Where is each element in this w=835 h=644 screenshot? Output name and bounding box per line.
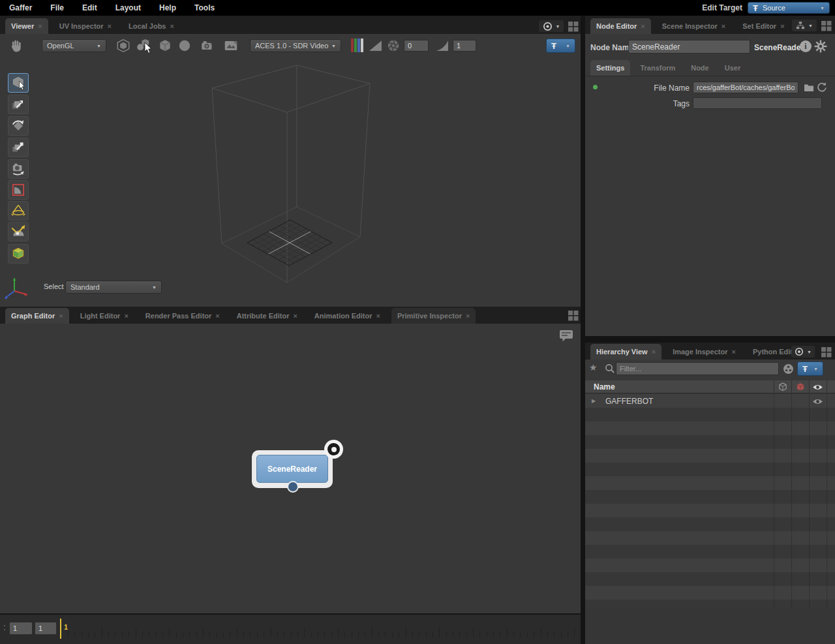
close-icon[interactable]: × <box>641 22 645 30</box>
tab-node[interactable]: Node <box>685 60 715 76</box>
menu-file[interactable]: File <box>41 3 73 12</box>
tags-input[interactable] <box>693 97 822 109</box>
select-tool-button[interactable] <box>8 73 29 93</box>
row-visibility-eye-icon[interactable] <box>812 398 823 405</box>
tab-light-editor[interactable]: Light Editor × <box>74 308 134 324</box>
close-icon[interactable]: × <box>59 312 63 320</box>
playhead[interactable] <box>60 619 61 639</box>
tab-user[interactable]: User <box>719 60 746 76</box>
star-icon[interactable]: ★ <box>589 362 598 373</box>
menu-help[interactable]: Help <box>150 3 185 12</box>
node-output-plug[interactable] <box>287 481 299 493</box>
crop-window-tool-icon <box>10 182 26 198</box>
hierarchy-view-panel: ★ Ŧ ▼ Name <box>585 360 835 644</box>
close-icon[interactable]: × <box>376 312 380 320</box>
rotate-tool-icon <box>10 118 26 134</box>
hierarchy-focus-dropdown[interactable]: ▼ <box>791 346 815 358</box>
light-position-tool-button[interactable] <box>8 222 29 241</box>
close-icon[interactable]: × <box>170 22 174 30</box>
selector-dropdown[interactable]: Standard ▼ <box>65 281 162 294</box>
light-tool-button[interactable] <box>8 201 29 221</box>
node-label: SceneReader <box>267 465 317 474</box>
panel-splitter-horizontal[interactable] <box>585 336 835 343</box>
tab-uv-inspector[interactable]: UV Inspector × <box>53 18 117 34</box>
file-name-label: File Name <box>624 84 690 93</box>
plug-enabled-dot[interactable] <box>593 85 598 89</box>
viewer-focus-dropdown[interactable]: ▼ <box>539 20 564 32</box>
tab-animation-editor[interactable]: Animation Editor × <box>309 308 386 324</box>
camera-tool-button[interactable] <box>8 159 29 179</box>
node-body[interactable]: SceneReader <box>256 455 328 483</box>
edit-target-dropdown[interactable]: Ŧ Source ▼ <box>748 2 830 14</box>
tab-viewer[interactable]: Viewer × <box>5 18 48 34</box>
hierarchy-row-gafferbot[interactable]: ▶ GAFFERBOT <box>585 394 835 408</box>
menu-layout[interactable]: Layout <box>106 3 150 12</box>
tab-attribute-editor[interactable]: Attribute Editor × <box>231 308 303 324</box>
tab-primitive-inspector[interactable]: Primitive Inspector × <box>391 308 476 324</box>
hierarchy-pin-dropdown[interactable]: Ŧ ▼ <box>797 361 823 376</box>
tab-label: Scene Inspector <box>662 22 718 30</box>
viewport-3d[interactable] <box>0 34 581 307</box>
close-icon[interactable]: × <box>721 22 725 30</box>
tab-render-pass-editor[interactable]: Render Pass Editor × <box>140 308 226 324</box>
layout-grid-icon[interactable] <box>568 310 579 321</box>
tab-label: Graph Editor <box>11 312 55 320</box>
eye-column-icon[interactable] <box>812 384 823 391</box>
visualiser-tool-icon <box>10 246 26 262</box>
layout-grid-icon[interactable] <box>821 20 832 31</box>
node-name-input[interactable] <box>628 40 750 54</box>
expand-arrow-icon[interactable]: ▶ <box>592 398 596 404</box>
tab-image-inspector[interactable]: Image Inspector × <box>667 344 742 360</box>
close-icon[interactable]: × <box>731 348 735 356</box>
tab-node-editor[interactable]: Node Editor × <box>590 18 651 34</box>
close-icon[interactable]: × <box>293 312 297 320</box>
close-icon[interactable]: × <box>466 312 470 320</box>
name-column-header[interactable]: Name <box>594 382 615 391</box>
tab-scene-inspector[interactable]: Scene Inspector × <box>656 18 731 34</box>
filter-input[interactable] <box>616 362 779 375</box>
close-icon[interactable]: × <box>108 22 112 30</box>
close-icon[interactable]: × <box>780 22 784 30</box>
close-icon[interactable]: × <box>38 22 42 30</box>
caret-down-icon: ▼ <box>152 285 157 290</box>
tab-label: UV Inspector <box>59 22 104 30</box>
tab-hierarchy-view[interactable]: Hierarchy View × <box>590 344 661 360</box>
folder-icon[interactable] <box>804 83 814 92</box>
viewer-tabbar: Viewer × UV Inspector × Local Jobs × <box>0 16 581 34</box>
close-icon[interactable]: × <box>652 348 656 356</box>
node-focus-badge[interactable] <box>324 440 343 459</box>
node-editor-section-tabs: Settings Transform Node User <box>585 60 835 76</box>
layout-grid-icon[interactable] <box>821 346 832 358</box>
file-name-input[interactable] <box>693 82 798 93</box>
annotation-bubble-icon[interactable] <box>559 330 574 343</box>
tab-local-jobs[interactable]: Local Jobs × <box>123 18 180 34</box>
set-filter-icon[interactable] <box>783 363 794 375</box>
translate-tool-button[interactable] <box>8 95 29 114</box>
gear-icon[interactable] <box>814 40 827 53</box>
visualiser-tool-button[interactable] <box>8 244 29 264</box>
close-icon[interactable]: × <box>215 312 219 320</box>
menu-edit[interactable]: Edit <box>73 3 106 12</box>
crop-window-tool-button[interactable] <box>8 180 29 200</box>
panel-splitter-vertical[interactable] <box>581 16 585 644</box>
tab-label: Light Editor <box>80 312 121 320</box>
close-icon[interactable]: × <box>124 312 128 320</box>
scale-tool-button[interactable] <box>8 138 29 157</box>
tab-transform[interactable]: Transform <box>634 60 681 76</box>
refresh-icon[interactable] <box>816 82 827 93</box>
info-icon[interactable]: i <box>800 40 812 52</box>
node-editor-mode-dropdown[interactable]: ▼ <box>792 20 817 31</box>
scene-reader-node[interactable]: SceneReader <box>252 450 333 488</box>
light-tool-icon <box>10 202 27 219</box>
menu-tools[interactable]: Tools <box>185 3 224 12</box>
menu-gaffer[interactable]: Gaffer <box>0 3 41 12</box>
tab-label: Transform <box>640 64 675 72</box>
rotate-tool-button[interactable] <box>8 116 29 136</box>
tab-label: Set Editor <box>742 22 776 30</box>
red-cube-column-icon[interactable] <box>795 382 806 392</box>
layout-grid-icon[interactable] <box>568 21 579 32</box>
cube-column-icon[interactable] <box>778 382 788 392</box>
tab-settings[interactable]: Settings <box>590 60 630 76</box>
tab-set-editor[interactable]: Set Editor × <box>736 18 790 34</box>
tab-graph-editor[interactable]: Graph Editor × <box>5 308 69 324</box>
